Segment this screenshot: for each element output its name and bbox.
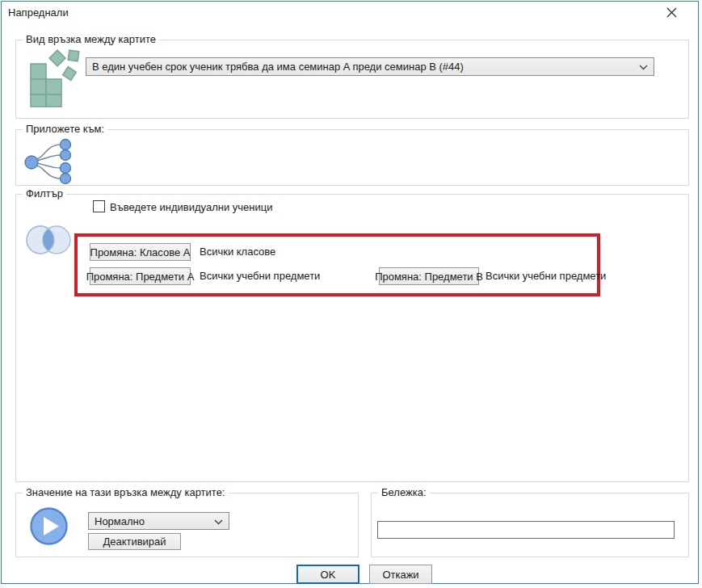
advanced-dialog: Напреднали Вид връзка между картите [1,1,699,584]
weight-dropdown-value: Нормално [95,515,214,527]
relation-type-dropdown[interactable]: В един учебен срок ученик трябва да има … [86,57,654,76]
dialog-title: Напреднали [8,6,69,19]
classes-a-value: Всички класове [200,246,275,258]
relation-type-dropdown-value: В един учебен срок ученик трябва да има … [92,61,639,73]
ok-button[interactable]: OK [296,565,359,584]
chevron-down-icon [214,515,223,527]
deactivate-button[interactable]: Деактивирай [88,533,181,550]
close-button[interactable] [659,5,683,23]
relation-type-group-label: Вид връзка между картите [23,33,159,45]
apply-to-group-label: Приложете към: [23,123,107,135]
chevron-down-icon [639,61,648,73]
subjects-a-value: Всички учебни предмети [200,270,320,282]
change-classes-a-button[interactable]: Промяна: Класове A [90,243,191,261]
weight-group-label: Значение на тази връзка между картите: [23,486,228,498]
weight-dropdown[interactable]: Нормално [88,512,229,530]
subjects-b-value: Всички учебни предмети [486,270,606,282]
hierarchy-tree-icon [23,138,77,187]
close-icon [666,7,677,20]
filter-group: Филтър [15,194,689,482]
squares-icon [24,48,82,110]
note-input[interactable] [377,521,675,539]
play-icon [29,506,69,548]
individual-students-checkbox-label: Въведете индивидуални ученици [110,201,272,213]
change-subjects-b-button[interactable]: Промяна: Предмети B [379,267,479,285]
change-subjects-a-button[interactable]: Промяна: Предмети A [90,267,191,285]
cancel-button[interactable]: Откажи [369,565,432,584]
relation-type-group: Вид връзка между картите [15,40,689,119]
note-group-label: Бележка: [378,486,430,498]
venn-diagram-icon [23,223,74,259]
filter-group-label: Филтър [23,187,66,200]
apply-to-group: Приложете към: [15,129,689,186]
individual-students-checkbox[interactable] [93,200,105,212]
